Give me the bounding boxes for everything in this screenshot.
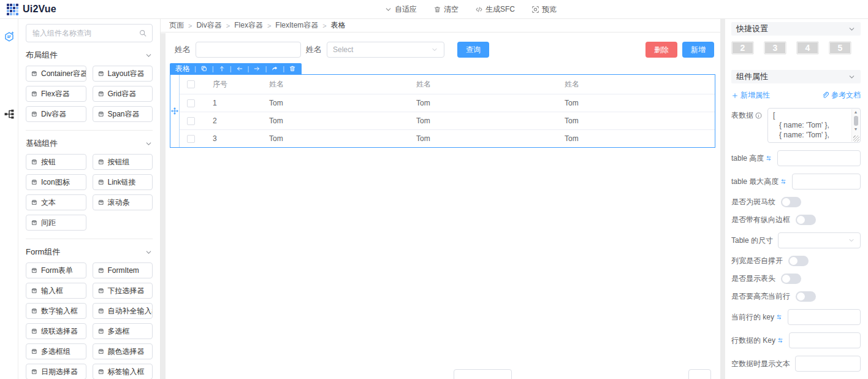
component-box-icon <box>31 199 38 206</box>
row-checkbox[interactable] <box>187 135 195 143</box>
component-item-Flex容器[interactable]: Flex容器 <box>26 86 86 102</box>
show-table-header-toggle[interactable] <box>781 274 801 284</box>
add-prop-link[interactable]: 新增属性 <box>731 90 770 101</box>
vertical-border-toggle[interactable] <box>796 215 816 225</box>
section-header-2[interactable]: Form组件 <box>26 242 153 262</box>
component-label: 标签输入框 <box>108 367 145 377</box>
highlight-current-row-toggle[interactable] <box>796 291 816 302</box>
menu-generate-sfc[interactable]: 生成SFC <box>475 4 515 15</box>
component-item-Link链接[interactable]: Link链接 <box>93 174 153 190</box>
row-checkbox[interactable] <box>187 99 195 107</box>
toolbar-share[interactable] <box>271 65 278 72</box>
component-search-input[interactable] <box>26 24 153 42</box>
rail-outline-tab[interactable] <box>4 109 15 120</box>
delete-button[interactable]: 删除 <box>645 42 677 58</box>
quick-col-button-5[interactable]: 5 <box>829 41 851 55</box>
query-button[interactable]: 查询 <box>457 42 489 58</box>
stripe-toggle[interactable] <box>781 197 801 207</box>
trash-icon <box>433 6 441 13</box>
selection-toolbar: 表格|||||| <box>170 63 302 74</box>
quick-settings-header[interactable]: 快捷设置 <box>731 22 861 36</box>
bind-swap-icon <box>765 155 772 162</box>
breadcrumb-item-2[interactable]: Flex容器 <box>234 20 263 31</box>
component-item-多选框[interactable]: 多选框 <box>93 323 153 339</box>
logo[interactable]: Ui2Vue <box>0 4 56 15</box>
move-icon[interactable] <box>170 107 179 115</box>
section-header-0[interactable]: 布局组件 <box>26 45 153 66</box>
add-button[interactable]: 新增 <box>682 42 714 58</box>
table-max-height-input[interactable] <box>792 174 861 190</box>
component-label: 滚动条 <box>108 197 130 208</box>
row-checkbox-cell <box>180 112 208 129</box>
scroll-up-arrow[interactable]: ▲ <box>854 109 858 115</box>
component-item-自动补全输入框[interactable]: 自动补全输入框 <box>93 303 153 319</box>
textarea-resize-handle[interactable] <box>853 136 859 142</box>
component-item-Div容器[interactable]: Div容器 <box>26 106 86 122</box>
breadcrumb-item-0[interactable]: 页面 <box>169 20 184 31</box>
select-all-checkbox[interactable] <box>187 80 195 88</box>
component-item-下拉选择器[interactable]: 下拉选择器 <box>93 283 153 299</box>
row-checkbox-cell <box>180 94 208 112</box>
component-item-Span容器[interactable]: Span容器 <box>93 106 153 122</box>
component-item-颜色选择器[interactable]: 颜色选择器 <box>93 343 153 359</box>
component-item-日期选择器[interactable]: 日期选择器 <box>26 364 86 379</box>
component-item-输入框[interactable]: 输入框 <box>26 283 86 299</box>
selected-table-component[interactable]: 序号姓名姓名姓名1TomTomTom2TomTomTom3TomTomTom <box>170 74 715 148</box>
field-row-data-key: 行数据的 Key <box>731 332 861 348</box>
component-item-Layout容器[interactable]: Layout容器 <box>93 66 153 82</box>
component-item-FormItem[interactable]: FormItem <box>93 262 153 278</box>
toolbar-arrow-right[interactable] <box>253 65 261 72</box>
component-label: 输入框 <box>41 286 63 296</box>
component-item-间距[interactable]: 间距 <box>26 215 86 231</box>
toolbar-trash[interactable] <box>289 65 296 72</box>
component-item-数字输入框[interactable]: 数字输入框 <box>26 303 86 319</box>
breadcrumb-separator: > <box>226 22 230 29</box>
row-data-key-input[interactable] <box>789 332 861 348</box>
quick-col-button-2[interactable]: 2 <box>731 41 754 55</box>
toolbar-arrow-left[interactable] <box>236 65 243 72</box>
component-item-按钮组[interactable]: 按钮组 <box>93 154 153 170</box>
table-data-textarea[interactable]: [ { name: 'Tom' }, { name: 'Tom' },▲▼ <box>767 108 861 143</box>
menu-clear[interactable]: 清空 <box>433 4 459 15</box>
toolbar-copy[interactable] <box>200 65 208 72</box>
table-size-label: Table 的尺寸 <box>731 235 773 246</box>
quick-col-button-4[interactable]: 4 <box>796 41 819 55</box>
menu-preview[interactable]: 预览 <box>531 4 557 15</box>
breadcrumb-item-1[interactable]: Div容器 <box>196 20 221 31</box>
component-props-header[interactable]: 组件属性 <box>731 70 861 83</box>
toolbar-arrow-up[interactable] <box>218 65 226 72</box>
quick-col-button-3[interactable]: 3 <box>764 41 786 55</box>
component-item-Form表单[interactable]: Form表单 <box>26 262 86 278</box>
component-item-级联选择器[interactable]: 级联选择器 <box>26 323 86 339</box>
component-item-滚动条[interactable]: 滚动条 <box>93 194 153 210</box>
section-grid-2: Form表单FormItem输入框下拉选择器数字输入框自动补全输入框级联选择器多… <box>26 262 153 379</box>
breadcrumb-item-4[interactable]: 表格 <box>331 20 346 31</box>
table-size-select[interactable] <box>778 232 861 248</box>
scroll-down-arrow[interactable]: ▼ <box>854 126 858 132</box>
component-label: 颜色选择器 <box>108 346 145 357</box>
scroll-thumb[interactable] <box>854 116 858 126</box>
component-item-多选框组[interactable]: 多选框组 <box>26 343 86 359</box>
section-header-1[interactable]: 基础组件 <box>26 133 153 154</box>
row-checkbox[interactable] <box>187 117 195 125</box>
table-max-height-label-text: table 最大高度 <box>731 177 779 187</box>
component-item-按钮[interactable]: 按钮 <box>26 154 86 170</box>
current-row-key-input[interactable] <box>788 309 861 325</box>
component-item-文本[interactable]: 文本 <box>26 194 86 210</box>
menu-adaptive[interactable]: 自适应 <box>384 4 417 15</box>
component-item-Icon图标[interactable]: Icon图标 <box>26 174 86 190</box>
selection-toolbar-label: 表格 <box>175 64 190 74</box>
empty-text-input[interactable] <box>795 356 861 372</box>
table-size-label-text: Table 的尺寸 <box>731 235 773 246</box>
name-select[interactable]: Select <box>327 42 444 58</box>
column-auto-width-toggle[interactable] <box>788 256 809 266</box>
rail-components-tab[interactable] <box>4 31 15 42</box>
reference-doc-link[interactable]: 参考文档 <box>821 90 861 101</box>
component-item-标签输入框[interactable]: 标签输入框 <box>93 364 153 379</box>
component-label: Flex容器 <box>41 89 70 99</box>
name-input[interactable] <box>196 42 301 58</box>
breadcrumb-item-3[interactable]: FlexItem容器 <box>275 20 318 31</box>
component-item-Grid容器[interactable]: Grid容器 <box>93 86 153 102</box>
component-item-Container容器[interactable]: Container容器 <box>26 66 86 82</box>
table-height-input[interactable] <box>777 150 861 166</box>
